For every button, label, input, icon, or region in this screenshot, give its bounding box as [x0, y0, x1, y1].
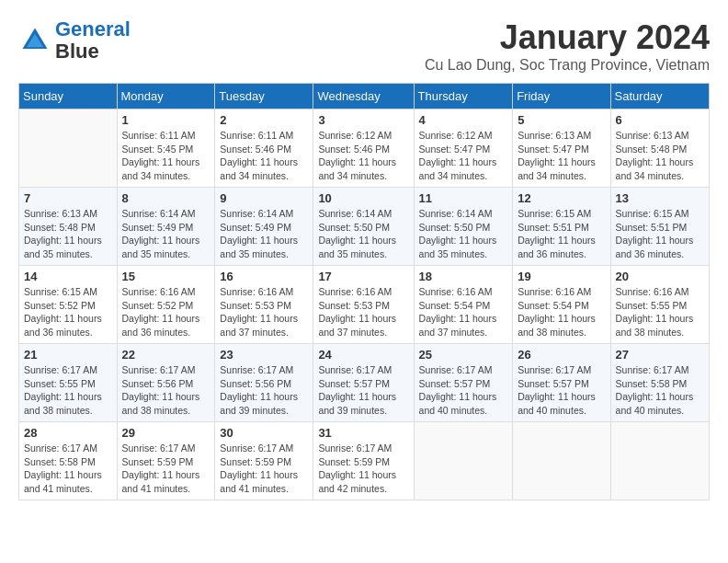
day-info: Sunrise: 6:12 AMSunset: 5:47 PMDaylight:… [419, 129, 508, 183]
calendar-cell: 14Sunrise: 6:15 AMSunset: 5:52 PMDayligh… [19, 266, 118, 344]
day-number: 16 [220, 270, 308, 283]
calendar-cell: 2Sunrise: 6:11 AMSunset: 5:46 PMDaylight… [215, 109, 313, 188]
logo-text: General Blue [55, 18, 131, 63]
day-number: 24 [318, 348, 408, 362]
calendar-header-row: SundayMondayTuesdayWednesdayThursdayFrid… [19, 84, 710, 109]
day-info: Sunrise: 6:14 AMSunset: 5:50 PMDaylight:… [318, 207, 408, 261]
day-info: Sunrise: 6:15 AMSunset: 5:51 PMDaylight:… [518, 207, 605, 261]
weekday-header-friday: Friday [513, 84, 610, 109]
day-info: Sunrise: 6:17 AMSunset: 5:57 PMDaylight:… [318, 363, 408, 418]
month-title: January 2024 [425, 18, 710, 57]
day-info: Sunrise: 6:17 AMSunset: 5:59 PMDaylight:… [122, 442, 210, 496]
calendar-cell: 8Sunrise: 6:14 AMSunset: 5:49 PMDaylight… [117, 188, 215, 266]
day-number: 6 [616, 113, 704, 127]
calendar-cell: 1Sunrise: 6:11 AMSunset: 5:45 PMDaylight… [117, 109, 215, 188]
weekday-header-saturday: Saturday [610, 84, 709, 109]
day-number: 9 [220, 191, 308, 205]
day-info: Sunrise: 6:17 AMSunset: 5:59 PMDaylight:… [220, 442, 308, 496]
day-info: Sunrise: 6:11 AMSunset: 5:46 PMDaylight:… [220, 129, 308, 183]
day-number: 31 [318, 426, 408, 440]
weekday-header-tuesday: Tuesday [215, 84, 313, 109]
day-number: 5 [518, 113, 605, 127]
calendar-cell: 21Sunrise: 6:17 AMSunset: 5:55 PMDayligh… [19, 344, 118, 422]
day-info: Sunrise: 6:17 AMSunset: 5:55 PMDaylight:… [24, 363, 112, 418]
day-info: Sunrise: 6:17 AMSunset: 5:56 PMDaylight:… [122, 363, 210, 418]
weekday-header-sunday: Sunday [19, 84, 118, 109]
day-info: Sunrise: 6:16 AMSunset: 5:54 PMDaylight:… [419, 285, 508, 339]
calendar-week-5: 28Sunrise: 6:17 AMSunset: 5:58 PMDayligh… [19, 422, 710, 500]
day-info: Sunrise: 6:17 AMSunset: 5:57 PMDaylight:… [518, 363, 605, 418]
calendar-cell: 7Sunrise: 6:13 AMSunset: 5:48 PMDaylight… [19, 188, 118, 266]
day-number: 25 [419, 348, 508, 362]
calendar-cell: 3Sunrise: 6:12 AMSunset: 5:46 PMDaylight… [313, 109, 414, 188]
day-number: 12 [518, 191, 605, 205]
day-info: Sunrise: 6:17 AMSunset: 5:58 PMDaylight:… [616, 363, 704, 418]
calendar-cell: 4Sunrise: 6:12 AMSunset: 5:47 PMDaylight… [414, 109, 513, 188]
calendar-week-2: 7Sunrise: 6:13 AMSunset: 5:48 PMDaylight… [19, 188, 710, 266]
day-info: Sunrise: 6:15 AMSunset: 5:51 PMDaylight:… [616, 207, 704, 261]
calendar-cell: 9Sunrise: 6:14 AMSunset: 5:49 PMDaylight… [215, 188, 313, 266]
calendar-cell: 24Sunrise: 6:17 AMSunset: 5:57 PMDayligh… [313, 344, 414, 422]
calendar-cell: 19Sunrise: 6:16 AMSunset: 5:54 PMDayligh… [513, 266, 610, 344]
day-number: 18 [419, 270, 508, 283]
day-number: 22 [122, 348, 210, 362]
day-number: 8 [122, 191, 210, 205]
calendar-week-3: 14Sunrise: 6:15 AMSunset: 5:52 PMDayligh… [19, 266, 710, 344]
logo-icon [18, 24, 51, 57]
weekday-header-monday: Monday [117, 84, 215, 109]
day-info: Sunrise: 6:13 AMSunset: 5:48 PMDaylight:… [616, 129, 704, 183]
day-number: 20 [616, 270, 704, 283]
weekday-header-thursday: Thursday [414, 84, 513, 109]
day-info: Sunrise: 6:17 AMSunset: 5:56 PMDaylight:… [220, 363, 308, 418]
day-info: Sunrise: 6:14 AMSunset: 5:49 PMDaylight:… [122, 207, 210, 261]
logo: General Blue [18, 18, 131, 63]
day-number: 23 [220, 348, 308, 362]
day-info: Sunrise: 6:16 AMSunset: 5:53 PMDaylight:… [318, 285, 408, 339]
calendar-week-1: 1Sunrise: 6:11 AMSunset: 5:45 PMDaylight… [19, 109, 710, 188]
day-number: 28 [24, 426, 112, 440]
calendar-cell: 25Sunrise: 6:17 AMSunset: 5:57 PMDayligh… [414, 344, 513, 422]
day-number: 30 [220, 426, 308, 440]
day-info: Sunrise: 6:16 AMSunset: 5:54 PMDaylight:… [518, 285, 605, 339]
title-area: January 2024 Cu Lao Dung, Soc Trang Prov… [425, 18, 710, 74]
day-info: Sunrise: 6:16 AMSunset: 5:53 PMDaylight:… [220, 285, 308, 339]
calendar-cell: 27Sunrise: 6:17 AMSunset: 5:58 PMDayligh… [610, 344, 709, 422]
calendar-cell: 23Sunrise: 6:17 AMSunset: 5:56 PMDayligh… [215, 344, 313, 422]
day-info: Sunrise: 6:12 AMSunset: 5:46 PMDaylight:… [318, 129, 408, 183]
calendar-cell: 29Sunrise: 6:17 AMSunset: 5:59 PMDayligh… [117, 422, 215, 500]
day-number: 26 [518, 348, 605, 362]
calendar-table: SundayMondayTuesdayWednesdayThursdayFrid… [18, 83, 710, 500]
day-number: 13 [616, 191, 704, 205]
calendar-week-4: 21Sunrise: 6:17 AMSunset: 5:55 PMDayligh… [19, 344, 710, 422]
day-info: Sunrise: 6:11 AMSunset: 5:45 PMDaylight:… [122, 129, 210, 183]
calendar-cell: 10Sunrise: 6:14 AMSunset: 5:50 PMDayligh… [313, 188, 414, 266]
day-number: 1 [122, 113, 210, 127]
day-info: Sunrise: 6:17 AMSunset: 5:58 PMDaylight:… [24, 442, 112, 496]
day-number: 10 [318, 191, 408, 205]
day-info: Sunrise: 6:14 AMSunset: 5:50 PMDaylight:… [419, 207, 508, 261]
calendar-cell: 22Sunrise: 6:17 AMSunset: 5:56 PMDayligh… [117, 344, 215, 422]
calendar-cell: 13Sunrise: 6:15 AMSunset: 5:51 PMDayligh… [610, 188, 709, 266]
day-info: Sunrise: 6:16 AMSunset: 5:52 PMDaylight:… [122, 285, 210, 339]
calendar-cell: 20Sunrise: 6:16 AMSunset: 5:55 PMDayligh… [610, 266, 709, 344]
calendar-cell: 18Sunrise: 6:16 AMSunset: 5:54 PMDayligh… [414, 266, 513, 344]
calendar-cell [414, 422, 513, 500]
day-number: 7 [24, 191, 112, 205]
day-number: 3 [318, 113, 408, 127]
day-number: 19 [518, 270, 605, 283]
day-number: 17 [318, 270, 408, 283]
calendar-cell: 17Sunrise: 6:16 AMSunset: 5:53 PMDayligh… [313, 266, 414, 344]
calendar-cell: 6Sunrise: 6:13 AMSunset: 5:48 PMDaylight… [610, 109, 709, 188]
calendar-cell: 28Sunrise: 6:17 AMSunset: 5:58 PMDayligh… [19, 422, 118, 500]
calendar-cell [513, 422, 610, 500]
calendar-cell: 30Sunrise: 6:17 AMSunset: 5:59 PMDayligh… [215, 422, 313, 500]
day-info: Sunrise: 6:15 AMSunset: 5:52 PMDaylight:… [24, 285, 112, 339]
calendar-cell: 31Sunrise: 6:17 AMSunset: 5:59 PMDayligh… [313, 422, 414, 500]
day-number: 27 [616, 348, 704, 362]
day-info: Sunrise: 6:13 AMSunset: 5:48 PMDaylight:… [24, 207, 112, 261]
day-info: Sunrise: 6:17 AMSunset: 5:57 PMDaylight:… [419, 363, 508, 418]
day-number: 2 [220, 113, 308, 127]
weekday-header-wednesday: Wednesday [313, 84, 414, 109]
calendar-cell: 16Sunrise: 6:16 AMSunset: 5:53 PMDayligh… [215, 266, 313, 344]
day-number: 14 [24, 270, 112, 283]
